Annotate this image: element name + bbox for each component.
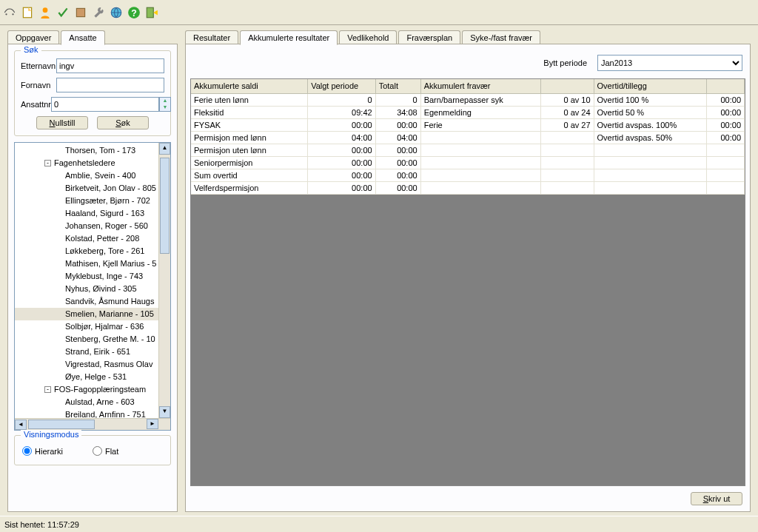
right-panel: Bytt periode Jan2013 Akkumulerte saldiVa… <box>185 44 751 512</box>
tree-node[interactable]: Birketveit, Jon Olav - 805 <box>15 182 170 195</box>
doc-icon[interactable] <box>21 6 34 19</box>
book-icon[interactable] <box>74 6 87 19</box>
tree-node[interactable]: Stenberg, Grethe M. - 10 <box>15 333 170 346</box>
tree-node[interactable]: Ellingsæter, Bjørn - 702 <box>15 195 170 207</box>
employee-tree[interactable]: Thorsen, Tom - 173-FagenhetsledereAmblie… <box>14 142 171 431</box>
tree-node[interactable]: Solbjør, Hjalmar - 636 <box>15 320 170 333</box>
sok-button[interactable]: Søk <box>97 116 149 129</box>
tree-node[interactable]: Mathisen, Kjell Marius - 5 <box>15 257 170 270</box>
tree-node[interactable]: Breiland, Arnfinn - 751 <box>15 408 170 418</box>
radio-flat[interactable]: Flat <box>93 446 118 456</box>
left-tabstrip: Oppgaver Ansatte <box>7 30 178 44</box>
left-panel: Søk Etternavn Fornavn Ansattnr ▲▼ <box>7 44 178 512</box>
table-row[interactable]: Fleksitid09:4234:08Egenmelding0 av 24Ove… <box>191 106 745 118</box>
tab-vedlikehold[interactable]: Vedlikehold <box>339 30 397 44</box>
help-icon[interactable]: ? <box>127 6 141 19</box>
table-row[interactable]: Velferdspermisjon00:0000:00 <box>191 181 745 194</box>
tree-node[interactable]: Aulstad, Arne - 603 <box>15 396 170 408</box>
tree-node[interactable]: Myklebust, Inge - 743 <box>15 270 170 283</box>
visning-legend: Visningsmodus <box>21 430 81 439</box>
tree-node[interactable]: Kolstad, Petter - 208 <box>15 232 170 245</box>
svg-point-3 <box>43 7 48 13</box>
etternavn-input[interactable] <box>56 58 164 73</box>
tree-node[interactable]: Strand, Eirik - 651 <box>15 346 170 358</box>
tree-node[interactable]: Johansen, Roger - 560 <box>15 220 170 232</box>
result-grid: Akkumulerte saldiValgt periodeTotaltAkku… <box>190 78 745 486</box>
fornavn-input[interactable] <box>56 78 164 92</box>
tree-node[interactable]: -Fagenhetsledere <box>15 157 170 169</box>
tree-node[interactable]: Smelien, Marianne - 105 <box>15 308 170 320</box>
column-header[interactable]: Totalt <box>375 79 420 93</box>
tab-syke[interactable]: Syke-/fast fravær <box>462 30 540 44</box>
table-row[interactable]: Permisjon uten lønn00:0000:00 <box>191 144 745 156</box>
tree-node[interactable]: Haaland, Sigurd - 163 <box>15 207 170 220</box>
column-header[interactable] <box>707 79 745 93</box>
etternavn-label: Etternavn <box>21 61 56 70</box>
table-row[interactable]: FYSAK00:0000:00Ferie0 av 27Overtid avspa… <box>191 118 745 131</box>
tab-ansatte[interactable]: Ansatte <box>61 30 104 45</box>
tree-node[interactable]: Nyhus, Øivind - 305 <box>15 283 170 295</box>
tree-node[interactable]: Thorsen, Tom - 173 <box>15 144 170 157</box>
svg-rect-4 <box>76 8 84 16</box>
tab-fravaersplan[interactable]: Fraværsplan <box>398 30 460 44</box>
tree-node[interactable]: Amblie, Svein - 400 <box>15 169 170 182</box>
tab-resultater[interactable]: Resultater <box>185 30 238 44</box>
tree-hscroll[interactable]: ◄ ► <box>15 418 170 430</box>
globe-icon[interactable] <box>110 6 123 19</box>
tree-node[interactable]: Øye, Helge - 531 <box>15 371 170 383</box>
status-text: Sist hentet: 11:57:29 <box>4 520 79 529</box>
period-select[interactable]: Jan2013 <box>597 55 742 71</box>
toolbar: ? <box>0 0 758 25</box>
tool-icon[interactable] <box>3 6 16 19</box>
column-header[interactable]: Akkumulerte saldi <box>191 79 308 93</box>
ansattnr-label: Ansattnr <box>21 100 51 109</box>
tree-node[interactable]: Sandvik, Åsmund Haugs <box>15 295 170 308</box>
svg-text:?: ? <box>131 7 137 18</box>
tree-node[interactable]: Vigrestad, Rasmus Olav <box>15 358 170 371</box>
check-icon[interactable] <box>56 6 70 19</box>
nullstill-button[interactable]: Nullstill <box>36 116 88 129</box>
person-icon[interactable] <box>38 6 52 19</box>
visning-group: Visningsmodus Hierarki Flat <box>14 435 171 465</box>
tree-node[interactable]: Løkkeberg, Tore - 261 <box>15 245 170 257</box>
search-legend: Søk <box>21 45 41 54</box>
search-group: Søk Etternavn Fornavn Ansattnr ▲▼ <box>14 50 171 136</box>
table-row[interactable]: Ferie uten lønn00Barn/barnepasser syk0 a… <box>191 93 745 106</box>
skriv-ut-button[interactable]: Skriv ut <box>691 492 742 505</box>
table-row[interactable]: Sum overtid00:0000:00 <box>191 169 745 181</box>
column-header[interactable] <box>541 79 594 93</box>
right-tabstrip: Resultater Akkumulerte resultater Vedlik… <box>185 30 751 44</box>
column-header[interactable]: Overtid/tillegg <box>594 79 707 93</box>
period-label: Bytt periode <box>543 58 587 67</box>
fornavn-label: Fornavn <box>21 81 56 90</box>
column-header[interactable]: Akkumulert fravær <box>420 79 541 93</box>
column-header[interactable]: Valgt periode <box>308 79 376 93</box>
tab-akkumulerte[interactable]: Akkumulerte resultater <box>240 30 338 45</box>
tab-oppgaver[interactable]: Oppgaver <box>7 30 59 44</box>
tree-node[interactable]: -FOS-Fagopplæringsteam <box>15 383 170 396</box>
table-row[interactable]: Permisjon med lønn04:0004:00Overtid avsp… <box>191 131 745 144</box>
table-row[interactable]: Seniorpermisjon00:0000:00 <box>191 156 745 169</box>
svg-point-0 <box>5 13 7 15</box>
wrench-icon[interactable] <box>92 6 105 19</box>
radio-hierarki[interactable]: Hierarki <box>22 446 63 456</box>
statusbar: Sist hentet: 11:57:29 <box>0 516 758 532</box>
tree-vscroll[interactable]: ▲ ▼ <box>158 143 170 418</box>
ansattnr-input[interactable] <box>51 97 159 112</box>
exit-icon[interactable] <box>145 6 158 19</box>
svg-rect-8 <box>147 7 153 18</box>
svg-point-1 <box>12 13 13 15</box>
svg-rect-2 <box>23 7 31 18</box>
ansattnr-spinner[interactable]: ▲▼ <box>159 97 171 112</box>
